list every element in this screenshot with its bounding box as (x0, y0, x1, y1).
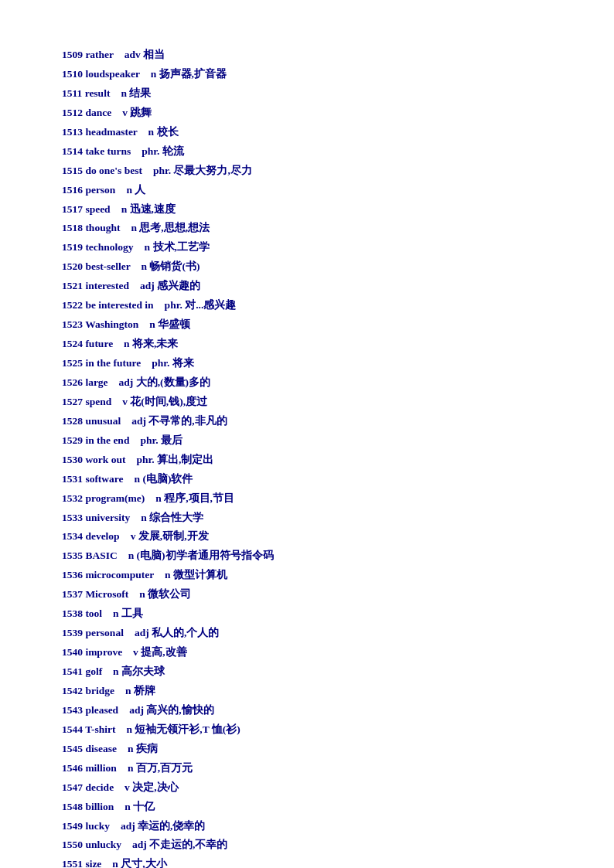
list-item: 1549 lucky adj 幸运的,侥幸的 (62, 818, 552, 836)
list-item: 1537 Microsoft n 微软公司 (62, 586, 552, 604)
list-item: 1513 headmaster n 校长 (62, 124, 552, 141)
list-item: 1538 tool n 工具 (62, 605, 552, 623)
list-item: 1540 improve v 提高,改善 (62, 644, 552, 662)
list-item: 1526 large adj 大的,(数量)多的 (62, 374, 552, 392)
list-item: 1547 decide v 决定,决心 (62, 779, 552, 797)
list-item: 1509 rather adv 相当 (62, 46, 552, 64)
list-item: 1546 million n 百万,百万元 (62, 760, 552, 778)
list-item: 1518 thought n 思考,思想,想法 (62, 220, 552, 237)
list-item: 1516 person n 人 (62, 182, 552, 199)
list-item: 1511 result n 结果 (62, 85, 552, 103)
list-item: 1510 loudspeaker n 扬声器,扩音器 (62, 66, 552, 83)
list-item: 1523 Washington n 华盛顿 (62, 316, 552, 334)
list-item: 1515 do one's best phr. 尽最大努力,尽力 (62, 162, 552, 180)
list-item: 1536 microcomputer n 微型计算机 (62, 567, 552, 584)
list-item: 1529 in the end phr. 最后 (62, 432, 552, 450)
list-item: 1534 develop v 发展,研制,开发 (62, 528, 552, 546)
list-item: 1541 golf n 高尔夫球 (62, 663, 552, 681)
list-item: 1520 best-seller n 畅销货(书) (62, 258, 552, 276)
list-item: 1533 university n 综合性大学 (62, 509, 552, 527)
list-item: 1528 unusual adj 不寻常的,非凡的 (62, 413, 552, 431)
list-item: 1550 unlucky adj 不走运的,不幸的 (62, 836, 552, 854)
list-item: 1535 BASIC n (电脑)初学者通用符号指令码 (62, 547, 552, 565)
vocab-list: 1509 rather adv 相当1510 loudspeaker n 扬声器… (62, 46, 552, 868)
list-item: 1519 technology n 技术,工艺学 (62, 239, 552, 257)
list-item: 1527 spend v 花(时间,钱),度过 (62, 393, 552, 411)
list-item: 1548 billion n 十亿 (62, 798, 552, 816)
list-item: 1551 size n 尺寸,大小 (62, 856, 552, 868)
list-item: 1522 be interested in phr. 对...感兴趣 (62, 297, 552, 315)
list-item: 1512 dance v 跳舞 (62, 104, 552, 122)
list-item: 1517 speed n 迅速,速度 (62, 201, 552, 219)
list-item: 1539 personal adj 私人的,个人的 (62, 625, 552, 642)
list-item: 1524 future n 将来,未来 (62, 335, 552, 353)
list-item: 1543 pleased adj 高兴的,愉快的 (62, 702, 552, 720)
list-item: 1542 bridge n 桥牌 (62, 682, 552, 700)
list-item: 1514 take turns phr. 轮流 (62, 143, 552, 161)
list-item: 1525 in the future phr. 将来 (62, 355, 552, 373)
list-item: 1521 interested adj 感兴趣的 (62, 277, 552, 295)
list-item: 1531 software n (电脑)软件 (62, 471, 552, 488)
list-item: 1530 work out phr. 算出,制定出 (62, 451, 552, 469)
list-item: 1544 T-shirt n 短袖无领汗衫,T 恤(衫) (62, 721, 552, 739)
list-item: 1545 disease n 疾病 (62, 740, 552, 758)
list-item: 1532 program(me) n 程序,项目,节目 (62, 490, 552, 508)
